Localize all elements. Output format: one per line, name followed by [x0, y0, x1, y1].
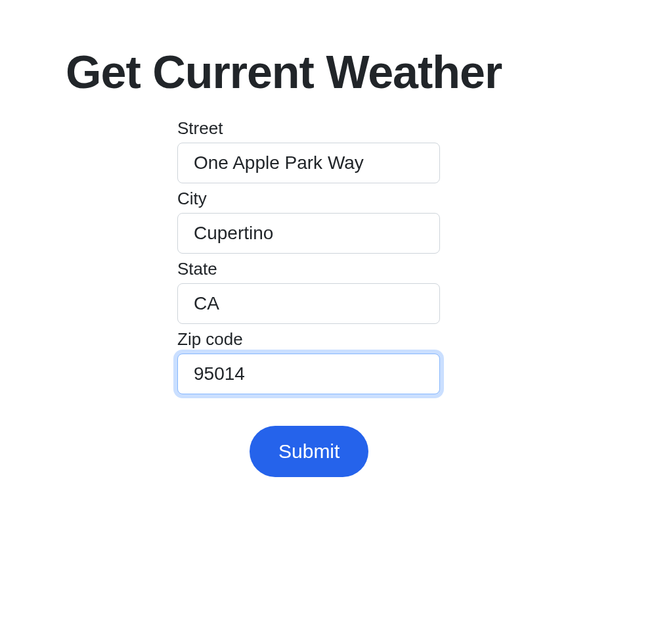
- field-group-city: City: [177, 189, 658, 254]
- state-input[interactable]: [177, 283, 440, 324]
- city-label: City: [177, 189, 658, 209]
- submit-button[interactable]: Submit: [250, 426, 368, 477]
- weather-form: Street City State Zip code Submit: [66, 118, 658, 477]
- zip-input[interactable]: [177, 354, 440, 394]
- zip-label: Zip code: [177, 329, 658, 350]
- field-group-zip: Zip code: [177, 329, 658, 394]
- street-label: Street: [177, 118, 658, 139]
- city-input[interactable]: [177, 213, 440, 254]
- field-group-state: State: [177, 259, 658, 324]
- field-group-street: Street: [177, 118, 658, 183]
- street-input[interactable]: [177, 143, 440, 183]
- submit-wrap: Submit: [177, 426, 658, 477]
- state-label: State: [177, 259, 658, 279]
- page-title: Get Current Weather: [66, 46, 658, 99]
